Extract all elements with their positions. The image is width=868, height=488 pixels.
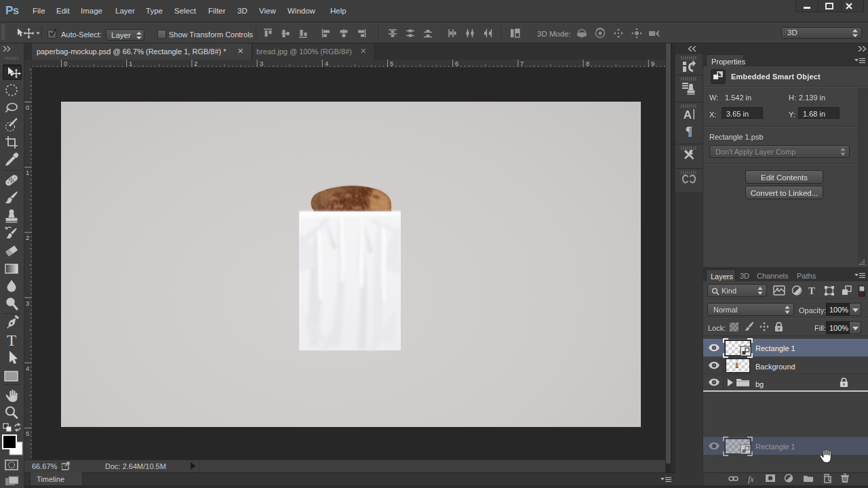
svg-text:T: T bbox=[808, 285, 815, 296]
svg-text:A: A bbox=[684, 108, 692, 121]
svg-text:fx: fx bbox=[748, 474, 754, 484]
svg-text:¶: ¶ bbox=[686, 124, 692, 138]
